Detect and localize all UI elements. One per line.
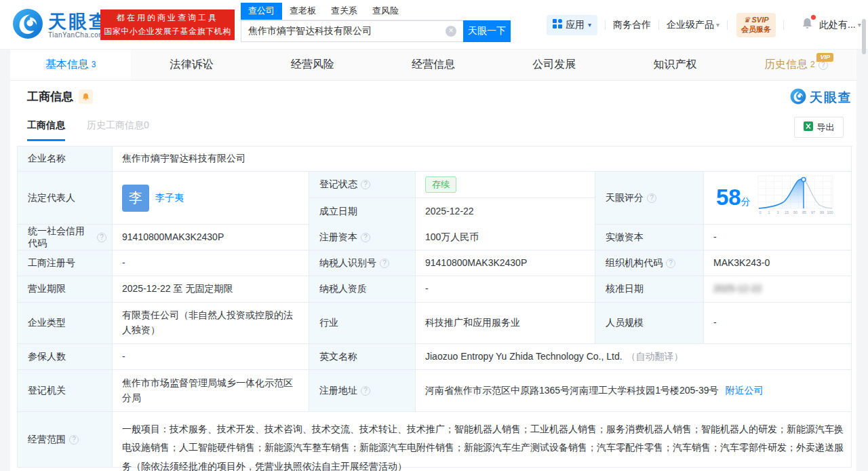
svg-text:100: 100 (827, 210, 833, 214)
notifications-bell-icon[interactable] (801, 17, 814, 33)
english-name-value: Jiaozuo Entropy Yu Zhida Technology Co.,… (425, 350, 623, 364)
field-label: 登记状态 ? (309, 172, 416, 198)
field-label: 营业期限 (18, 276, 113, 303)
field-label: 参保人数 (18, 344, 113, 370)
company-info-table: 企业名称 焦作市熵宇智达科技有限公司 法定代表人 李 李子夷 登记状态 ? 存续… (17, 146, 852, 468)
notification-red-dot (811, 15, 816, 20)
business-term-value: 2025-12-22 至 无固定期限 (113, 276, 309, 303)
field-label: 英文名称 (309, 344, 416, 370)
field-label: 成立日期 (309, 198, 416, 225)
help-icon[interactable]: ? (666, 259, 675, 268)
score-unit: 分 (741, 196, 751, 207)
help-icon[interactable]: ? (69, 435, 79, 445)
field-label: 经营范围 ? (18, 412, 113, 468)
tab-basic-label: 基本信息 (45, 58, 89, 72)
field-label: 注册资本 ? (309, 225, 416, 250)
tab-risk[interactable]: 经营风险 (252, 50, 373, 80)
help-icon[interactable]: ? (647, 193, 656, 203)
subtab-business-info[interactable]: 工商信息 (27, 119, 65, 141)
help-icon[interactable]: ? (361, 233, 370, 242)
clear-search-icon[interactable]: × (446, 26, 456, 37)
watermark-text: 天眼查 (810, 89, 852, 107)
status-date-subgrid: 登记状态 ? 存续 成立日期 2025-12-22 (309, 172, 595, 225)
nearby-companies-link[interactable]: 附近公司 (726, 383, 764, 398)
tianyancha-page: 天眼查 TianYanCha.com 都在用的商业查询工具 国家中小企业发展子基… (0, 0, 868, 471)
search-tab-company[interactable]: 查公司 (241, 3, 282, 20)
user-menu-label: 此处有... (819, 19, 856, 31)
search-tabs: 查公司 查老板 查关系 查风险 (241, 3, 463, 20)
search-tab-relation[interactable]: 查关系 (323, 3, 365, 20)
help-icon[interactable]: ? (97, 233, 106, 242)
nav-cooperation[interactable]: 商务合作 (613, 19, 651, 31)
establish-date-value: 2025-12-22 (416, 198, 595, 225)
svg-text:3: 3 (776, 210, 778, 214)
tab-history[interactable]: 历史信息 2 ? VIP (736, 50, 856, 80)
business-info-section: 工商信息 天眼查 (10, 81, 856, 471)
svg-text:1: 1 (768, 210, 770, 214)
reg-capital-value: 100万人民币 (416, 225, 595, 250)
chevron-down-icon: ▾ (588, 21, 591, 29)
tab-operation[interactable]: 经营信息 (373, 50, 494, 80)
search-tab-risk[interactable]: 查风险 (365, 3, 406, 20)
chevron-down-icon: ▾ (858, 21, 861, 29)
reg-number-value: - (113, 250, 309, 276)
help-icon[interactable]: ? (361, 180, 370, 189)
monitor-bell-icon[interactable] (79, 90, 93, 104)
tianyan-score-cell: 58分 (704, 172, 852, 225)
apps-grid-icon (553, 19, 562, 31)
search-button[interactable]: 天眼一下 (463, 20, 511, 42)
field-label: 企业名称 (18, 147, 113, 172)
legal-rep-link[interactable]: 李子夷 (155, 191, 184, 206)
field-label: 法定代表人 (18, 172, 113, 225)
tianyancha-logo[interactable]: 天眼查 TianYanCha.com (12, 8, 109, 42)
legal-rep-cell: 李 李子夷 (113, 172, 309, 225)
company-type-value: 有限责任公司（非自然人投资或控股的法人独资） (113, 303, 309, 344)
apps-menu[interactable]: 应用 ▾ (547, 15, 597, 35)
help-icon[interactable]: ? (361, 386, 370, 396)
search-module: 查公司 查老板 查关系 查风险 × 天眼一下 (241, 3, 511, 42)
section-title: 工商信息 (27, 89, 73, 105)
field-label: 纳税人识别号 ? (309, 250, 416, 276)
taxpayer-quality-value: - (416, 276, 595, 303)
subtab-bar: 工商信息 历史工商信息0 (27, 119, 149, 141)
watermark-logo: 天眼查 (790, 88, 852, 107)
logo-swirl-icon (790, 88, 806, 107)
divider (783, 20, 784, 30)
tab-basic-info[interactable]: 基本信息 3 (10, 50, 131, 80)
user-menu[interactable]: 此处有... ▾ (819, 19, 861, 31)
reg-status-cell: 存续 (416, 172, 595, 198)
scrollbar[interactable] (862, 19, 866, 54)
nav-enterprise[interactable]: 企业级产品 ▾ (667, 19, 719, 31)
approval-date-cell: 2025-12-22 (704, 276, 852, 303)
tab-legal[interactable]: 法律诉讼 (131, 50, 252, 80)
tab-history-count: 2 (810, 60, 815, 69)
search-input[interactable] (241, 20, 463, 42)
svg-text:99: 99 (820, 210, 824, 214)
staff-size-value: - (704, 303, 852, 344)
tab-ip[interactable]: 知识产权 (614, 50, 735, 80)
auto-translate-note: （自动翻译） (627, 350, 684, 364)
business-scope-value: 一般项目：技术服务、技术开发、技术咨询、技术交流、技术转让、技术推广；智能机器人… (113, 412, 852, 468)
export-label: 导出 (817, 121, 835, 134)
tab-basic-count: 3 (92, 60, 96, 69)
paid-capital-value: - (704, 225, 852, 250)
english-name-cell: Jiaozuo Entropy Yu Zhida Technology Co.,… (416, 344, 852, 370)
avatar[interactable]: 李 (122, 185, 149, 212)
export-button[interactable]: 导出 (794, 117, 844, 138)
tab-development[interactable]: 公司发展 (494, 50, 614, 80)
redacted-value: 2025-12-22 (713, 282, 762, 297)
help-icon[interactable]: ? (380, 259, 389, 268)
svip-membership-button[interactable]: ♛SVIP 会员服务 (736, 13, 776, 37)
svg-text:97: 97 (811, 210, 815, 214)
field-label: 登记机关 (18, 370, 113, 412)
search-tab-boss[interactable]: 查老板 (282, 3, 323, 20)
org-code-value: MAK3K243-0 (704, 250, 852, 276)
svg-text:50: 50 (793, 210, 797, 214)
reg-address-cell: 河南省焦作市示范区中原路1365号河南理工大学科技园1号楼205-39号 附近公… (416, 370, 852, 412)
field-label: 纳税人资质 (309, 276, 416, 303)
promo-line2: 国家中小企业发展子基金旗下机构 (104, 25, 231, 39)
industry-value: 科技推广和应用服务业 (416, 303, 595, 344)
field-label: 统一社会信用代码 ? (18, 225, 113, 250)
subtab-history-info[interactable]: 历史工商信息0 (87, 119, 149, 141)
field-label: 天眼评分 ? (595, 172, 704, 225)
